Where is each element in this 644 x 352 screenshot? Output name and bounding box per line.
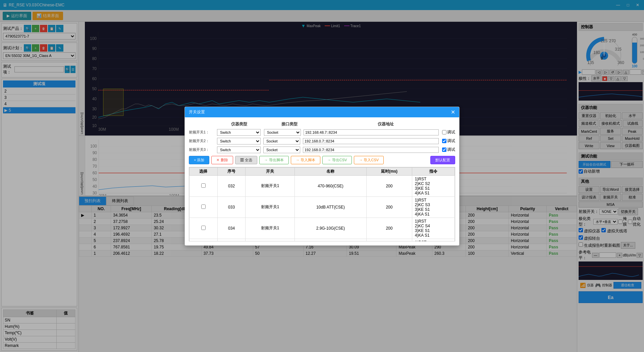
modal-btn-row: + 添加 ✕ 删除 ☰ 全选 → 导出脚本 → 导入脚本 → 导出CSV → 导…	[189, 156, 455, 164]
export-csv-btn[interactable]: → 导出CSV	[322, 156, 352, 164]
switch1-debug-label: 调试	[442, 129, 455, 135]
switch1-label: 射频开关1：	[189, 130, 216, 135]
instrument-type-header: 仪器类型	[216, 121, 263, 127]
switch-row-2: 射频开关2： Switch Socket 调试	[189, 138, 455, 144]
switch2-addr-input[interactable]	[303, 138, 439, 144]
col-check: 选择	[190, 167, 218, 175]
table-row: 035 射频开关1 6.5-26G(CSE) 200 1)RST2)KC S53…	[190, 239, 455, 241]
select-all-btn[interactable]: ☰ 全选	[235, 156, 257, 164]
table-row: 034 射频开关1 2.9G-10G(CSE) 200 1)RST2)KC S4…	[190, 218, 455, 239]
table-row: 033 射频开关1 10dB ATT(CSE) 200 1)RST2)KC S3…	[190, 196, 455, 218]
row-checkbox[interactable]	[201, 204, 206, 209]
row-checkbox[interactable]	[201, 226, 206, 230]
switch-settings-modal: 开关设置 ✕ 仪器类型 接口类型 仪器地址 射频开关1： Switch	[184, 107, 460, 246]
default-config-btn[interactable]: 默认配置	[430, 156, 455, 164]
row-checkbox[interactable]	[201, 183, 206, 188]
switch3-type-select[interactable]: Switch	[217, 146, 261, 153]
modal-body: 仪器类型 接口类型 仪器地址 射频开关1： Switch Socket	[185, 117, 459, 245]
modal-header-row: 仪器类型 接口类型 仪器地址	[189, 121, 455, 127]
col-cmd: 指令	[412, 167, 454, 175]
col-switch: 开关	[246, 167, 294, 175]
add-btn[interactable]: + 添加	[189, 156, 209, 164]
switch1-addr-input[interactable]	[304, 129, 439, 135]
modal-table-header: 选择 序号 开关 名称 延时(ms) 指令	[190, 167, 455, 175]
modal-title: 开关设置	[189, 109, 205, 115]
port-type-header: 接口类型	[263, 121, 316, 127]
modal-title-bar: 开关设置 ✕	[185, 107, 459, 117]
delete-btn[interactable]: ✕ 删除	[211, 156, 233, 164]
switch2-port-select[interactable]: Socket	[263, 138, 300, 144]
modal-close-btn[interactable]: ✕	[451, 109, 455, 115]
switch-config-table: 选择 序号 开关 名称 延时(ms) 指令 032 射频开关1 470-960(…	[189, 167, 455, 241]
switch-row-1: 射频开关1： Switch Socket 调试	[189, 129, 455, 136]
instrument-addr-header: 仪器地址	[316, 121, 455, 127]
modal-table-scroll[interactable]: 选择 序号 开关 名称 延时(ms) 指令 032 射频开关1 470-960(…	[189, 167, 455, 241]
import-csv-btn[interactable]: → 导入CSV	[354, 156, 384, 164]
switch3-addr-input[interactable]	[303, 147, 439, 153]
switch3-label: 射频开关3：	[189, 147, 216, 152]
switch3-debug-checkbox[interactable]	[442, 148, 446, 152]
col-delay: 延时(ms)	[367, 167, 412, 175]
switch2-debug-label: 调试	[442, 138, 455, 144]
switch3-port-select[interactable]: Socket	[263, 146, 300, 153]
table-row: 032 射频开关1 470-960(CSE) 200 1)RST2)KC S23…	[190, 175, 455, 196]
switch1-debug-checkbox[interactable]	[442, 130, 446, 134]
export-script-btn[interactable]: → 导出脚本	[259, 156, 289, 164]
switch1-type-select[interactable]: Switch	[217, 129, 261, 136]
switch2-type-select[interactable]: Switch	[217, 138, 261, 144]
col-seq: 序号	[217, 167, 246, 175]
switch1-port-select[interactable]: Socket	[264, 129, 301, 136]
col-name: 名称	[294, 167, 366, 175]
import-script-btn[interactable]: → 导入脚本	[291, 156, 320, 164]
switch3-debug-label: 调试	[442, 147, 455, 153]
switch-row-3: 射频开关3： Switch Socket 调试	[189, 146, 455, 153]
switch2-debug-checkbox[interactable]	[442, 139, 446, 143]
switch2-label: 射频开关2：	[189, 138, 216, 143]
modal-table-wrap: 选择 序号 开关 名称 延时(ms) 指令 032 射频开关1 470-960(…	[189, 167, 455, 241]
modal-overlay: 开关设置 ✕ 仪器类型 接口类型 仪器地址 射频开关1： Switch	[0, 0, 644, 352]
